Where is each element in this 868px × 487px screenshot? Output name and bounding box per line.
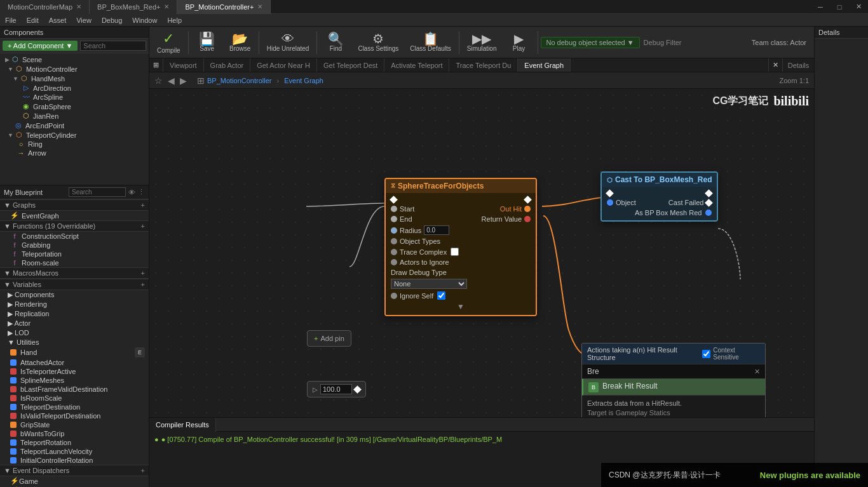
close-button[interactable]: ✕ [849, 0, 868, 14]
var-initial-controller[interactable]: InitialControllerRotation [0, 456, 149, 465]
var-hand[interactable]: Hand E [0, 347, 149, 358]
find-button[interactable]: 🔍 Find [320, 30, 351, 55]
tree-item-room-scale[interactable]: f Room-scale [0, 258, 149, 267]
tab-get-teleport-dest[interactable]: Get Teleport Dest [317, 58, 384, 72]
tab-bp-motion-controller[interactable]: BP_MotionController+ ✕ [177, 0, 271, 14]
components-search-input[interactable] [83, 42, 143, 50]
tree-item-game[interactable]: ⚡ Game [0, 476, 149, 486]
tree-item-handmesh[interactable]: ▼ ⬡ HandMesh [0, 74, 149, 83]
tree-item-jianren[interactable]: ⬡ JianRen [0, 111, 149, 121]
var-spline-meshes[interactable]: SplineMeshes [0, 376, 149, 385]
tree-item-grabbing[interactable]: f Grabbing [0, 241, 149, 250]
menu-debug[interactable]: Debug [97, 14, 127, 27]
tree-item-teleportation[interactable]: f Teleportation [0, 250, 149, 258]
macros-section-header[interactable]: ▼ MacrosMacros + [0, 267, 149, 279]
bc-back-icon[interactable]: ◀ [168, 76, 175, 86]
var-blast-frame[interactable]: bLastFrameValidDestination [0, 385, 149, 394]
debug-object-selector[interactable]: No debug object selected ▼ [541, 37, 640, 48]
tree-item-arcendpoint[interactable]: ◎ ArcEndPoint [0, 121, 149, 130]
var-teleport-dest[interactable]: TeleportDestination [0, 403, 149, 411]
eye-icon[interactable]: 👁 [128, 189, 135, 196]
maximize-button[interactable]: □ [830, 0, 849, 14]
tab-event-graph[interactable]: Event Graph [518, 58, 571, 72]
tree-item-components-group[interactable]: ▶ Components [0, 290, 149, 300]
var-isroomscale[interactable]: IsRoomScale [0, 394, 149, 403]
tab-get-actor-near[interactable]: Get Actor Near H [250, 58, 317, 72]
tree-item-arrow[interactable]: → Arrow [0, 149, 149, 157]
add-function-button[interactable]: + [141, 222, 145, 230]
add-dispatcher-button[interactable]: + [141, 467, 145, 474]
event-dispatchers-header[interactable]: ▼ Event Dispatchers + [0, 465, 149, 476]
var-bwantstogrip[interactable]: bWantsToGrip [0, 429, 149, 438]
var-teleport-rotation[interactable]: TeleportRotation [0, 438, 149, 447]
bc-bookmark-icon[interactable]: ☆ [154, 76, 163, 86]
graphs-section-header[interactable]: ▼ Graphs + [0, 199, 149, 211]
var-grip-state[interactable]: GripState [0, 420, 149, 429]
context-close-button[interactable]: ✕ [749, 365, 765, 378]
tree-item-utilities-group[interactable]: ▼ Utilities [0, 338, 149, 347]
my-blueprint-search[interactable] [72, 189, 123, 196]
ignore-self-checkbox[interactable] [437, 291, 445, 300]
menu-file[interactable]: File [0, 14, 22, 27]
draw-debug-type-select[interactable]: None [391, 279, 467, 289]
add-variable-button[interactable]: + [141, 281, 145, 288]
tree-item-scene[interactable]: ▶ ⬡ Scene [0, 55, 149, 64]
tree-item-actor-group[interactable]: ▶ Actor [0, 319, 149, 328]
menu-help[interactable]: Help [162, 14, 187, 27]
browse-button[interactable]: 📂 Browse [224, 30, 256, 55]
variables-section-header[interactable]: ▼ Variables + [0, 279, 149, 290]
graph-canvas[interactable]: ⧖ SphereTraceForObjects [149, 89, 814, 417]
tree-item-arcdirection[interactable]: ▷ ArcDirection [0, 83, 149, 93]
tree-item-eventgraph[interactable]: ⚡ EventGraph [0, 211, 149, 220]
sphere-trace-node[interactable]: ⧖ SphereTraceForObjects [384, 178, 537, 316]
var-attached-actor[interactable]: AttachedActor [0, 358, 149, 367]
context-item-break-hit[interactable]: B Break Hit Result [582, 379, 765, 396]
hide-unrelated-button[interactable]: 👁 Hide Unrelated [262, 30, 315, 55]
add-pin-button[interactable]: + Add pin [307, 330, 351, 347]
tree-item-ring[interactable]: ○ Ring [0, 140, 149, 149]
class-settings-button[interactable]: ⚙ Class Settings [353, 30, 403, 55]
class-defaults-button[interactable]: 📋 Class Defaults [405, 30, 456, 55]
tab-viewport[interactable]: Viewport [163, 58, 204, 72]
trace-complex-checkbox[interactable] [451, 248, 459, 256]
close-graph-icon[interactable]: ✕ [768, 58, 782, 72]
add-graph-button[interactable]: + [141, 201, 145, 209]
context-sensitive-checkbox[interactable] [702, 350, 710, 358]
simulation-button[interactable]: ▶▶ Simulation [462, 30, 502, 55]
add-component-button[interactable]: + Add Component ▼ [3, 41, 78, 51]
var-teleport-launch[interactable]: TeleportLaunchVelocity [0, 447, 149, 456]
menu-view[interactable]: View [71, 14, 97, 27]
tab-grab-actor[interactable]: Grab Actor [204, 58, 251, 72]
add-macro-button[interactable]: + [141, 269, 145, 277]
tree-item-motioncontroller[interactable]: ▼ ⬡ MotionController [0, 64, 149, 74]
var-isvalid-teleport[interactable]: IsValidTeleportDestination [0, 411, 149, 420]
compiler-results-tab[interactable]: Compiler Results [149, 418, 216, 432]
tab-bp-boxmesh[interactable]: BP_BoxMesh_Red+ ✕ [90, 0, 177, 14]
bc-current[interactable]: Event Graph [284, 77, 323, 84]
compile-button[interactable]: ✓ Compile [152, 28, 186, 57]
collapse-arrow[interactable]: ▼ [386, 301, 536, 312]
menu-edit[interactable]: Edit [22, 14, 44, 27]
close-tab-2[interactable]: ✕ [257, 3, 262, 10]
close-tab-1[interactable]: ✕ [164, 3, 169, 10]
tab-activate-teleport[interactable]: Activate Teleport [384, 58, 449, 72]
play-button[interactable]: ▶ Play [503, 30, 535, 55]
radius-input[interactable] [424, 225, 449, 235]
tree-item-replication-group[interactable]: ▶ Replication [0, 309, 149, 319]
save-button[interactable]: 💾 Save [191, 30, 223, 55]
tree-item-arcspline[interactable]: 〰 ArcSpline [0, 93, 149, 102]
functions-section-header[interactable]: ▼ Functions (19 Overridable) + [0, 220, 149, 232]
menu-asset[interactable]: Asset [44, 14, 72, 27]
close-tab-0[interactable]: ✕ [76, 3, 81, 10]
tree-item-lod-group[interactable]: ▶ LOD [0, 328, 149, 338]
var-isteleporter[interactable]: IsTeleporterActive [0, 367, 149, 376]
menu-window[interactable]: Window [127, 14, 162, 27]
tree-item-grabsphere[interactable]: ◉ GrabSphere [0, 102, 149, 111]
tab-motion-controller-map[interactable]: MotionControllerMap ✕ [0, 0, 90, 14]
minimize-button[interactable]: ─ [811, 0, 830, 14]
filter-icon[interactable]: ⋮ [138, 188, 145, 196]
cast-node[interactable]: ⬡ Cast To BP_BoxMesh_Red [600, 171, 718, 222]
number-node[interactable]: ▷ [307, 381, 366, 397]
tree-item-rendering-group[interactable]: ▶ Rendering [0, 300, 149, 309]
tree-item-teleportcylinder[interactable]: ▼ ⬡ TeleportCylinder [0, 130, 149, 140]
